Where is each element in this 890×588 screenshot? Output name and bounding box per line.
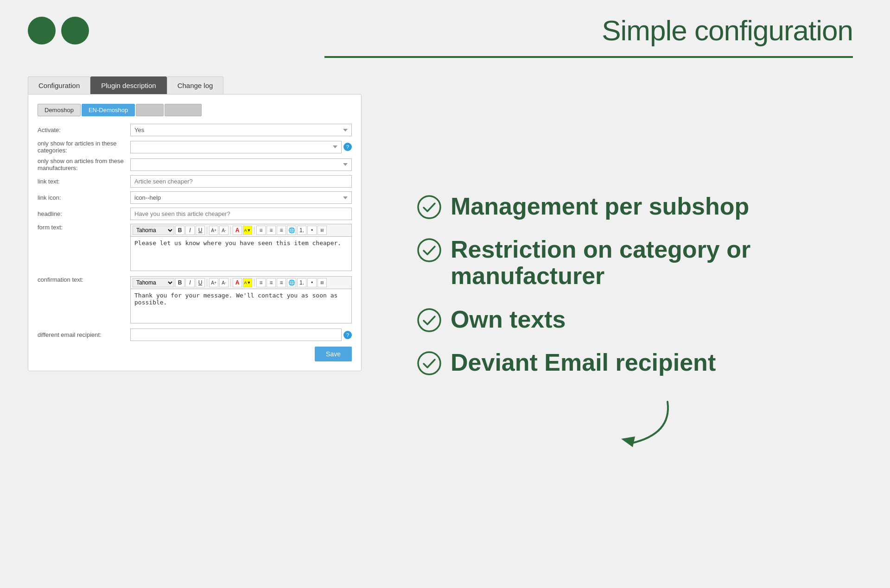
rte-underline-form[interactable]: U — [196, 226, 205, 235]
tab-configuration[interactable]: Configuration — [28, 76, 90, 94]
rte-highlight-form[interactable]: A▼ — [243, 226, 252, 235]
form-row-email: different email recipient: ? — [38, 329, 352, 341]
rte-sep3 — [254, 227, 254, 234]
save-button[interactable]: Save — [315, 347, 352, 361]
arrow-area — [417, 397, 862, 453]
input-link-text[interactable] — [130, 175, 352, 188]
form-row-link-text: link text: — [38, 175, 352, 188]
shop-tabs: Demoshop EN-Demoshop — [38, 104, 352, 116]
rte-sep1 — [207, 227, 207, 234]
feature-item-1: Restriction on category or manufacturer — [417, 236, 862, 289]
curved-arrow-icon — [593, 397, 686, 453]
select-activate[interactable]: Yes — [130, 124, 352, 136]
rte-bold-confirm[interactable]: B — [175, 278, 184, 287]
input-wrap-manufacturers — [130, 158, 352, 171]
rte-list-ul-confirm[interactable]: • — [307, 278, 317, 287]
rte-highlight-confirm[interactable]: A▼ — [243, 278, 252, 287]
rte-link-form[interactable]: 🌐 — [287, 226, 296, 235]
logo-dot-2 — [61, 17, 89, 44]
feature-item-3: Deviant Email recipient — [417, 349, 862, 376]
tab-plugin-description[interactable]: Plugin description — [90, 76, 166, 94]
rte-link-confirm[interactable]: 🌐 — [287, 278, 296, 287]
feature-text-2: Own texts — [451, 306, 566, 333]
form-row-link-icon: link icon: icon--help — [38, 191, 352, 204]
rte-fontsize-up-form[interactable]: A+ — [209, 226, 218, 235]
select-categories[interactable] — [130, 141, 342, 153]
tab-change-log[interactable]: Change log — [167, 76, 224, 94]
info-btn-email[interactable]: ? — [343, 331, 352, 339]
input-email[interactable] — [130, 329, 342, 341]
rte-list-ol-form[interactable]: 1. — [297, 226, 306, 235]
save-row: Save — [38, 347, 352, 361]
form-row-form-text: form text: Tahoma B I U A+ A- A — [38, 224, 352, 272]
svg-point-0 — [418, 196, 440, 218]
rte-sep2 — [230, 227, 231, 234]
input-wrap-email: ? — [130, 329, 352, 341]
rte-underline-confirm[interactable]: U — [196, 278, 205, 287]
input-headline[interactable] — [130, 208, 352, 220]
svg-point-2 — [418, 309, 440, 331]
logo-dot-1 — [28, 17, 56, 44]
svg-point-1 — [418, 239, 440, 261]
rte-toolbar-confirmation: Tahoma B I U A+ A- A A▼ ≡ ≡ — [130, 276, 352, 289]
rte-align-right-confirm[interactable]: ≡ — [277, 278, 286, 287]
textarea-form-text[interactable]: Please let us know where you have seen t… — [130, 236, 352, 271]
check-icon-2 — [417, 308, 441, 332]
rte-italic-form[interactable]: I — [185, 226, 195, 235]
shop-tab-gray1[interactable] — [136, 104, 164, 116]
check-icon-0 — [417, 195, 441, 219]
select-manufacturers[interactable] — [130, 158, 352, 171]
feature-item-2: Own texts — [417, 306, 862, 333]
tabs-bar: Configuration Plugin description Change … — [28, 76, 362, 94]
rte-align-center-form[interactable]: ≡ — [267, 226, 276, 235]
rte-fontsize-down-form[interactable]: A- — [219, 226, 229, 235]
rte-source-form[interactable]: ⊞ — [318, 226, 327, 235]
rte-fontsize-up-confirm[interactable]: A+ — [209, 278, 218, 287]
input-wrap-link-text — [130, 175, 352, 188]
input-wrap-link-icon: icon--help — [130, 191, 352, 204]
rte-form-text-wrap: Tahoma B I U A+ A- A A▼ ≡ ≡ — [130, 224, 352, 272]
feature-list: Management per subshop Restriction on ca… — [389, 76, 862, 560]
input-wrap-headline — [130, 208, 352, 220]
input-wrap-categories: ? — [130, 141, 352, 153]
form-row-activate: Activate: Yes — [38, 124, 352, 136]
label-headline: headline: — [38, 210, 130, 217]
rte-sep4 — [207, 279, 207, 286]
form-row-manufacturers: only show on articles from these manufac… — [38, 158, 352, 171]
rte-bold-form[interactable]: B — [175, 226, 184, 235]
form-row-headline: headline: — [38, 208, 352, 220]
feature-text-0: Management per subshop — [451, 193, 749, 220]
rte-list-ol-confirm[interactable]: 1. — [297, 278, 306, 287]
shop-tab-en-demoshop[interactable]: EN-Demoshop — [82, 104, 135, 116]
main-content: Configuration Plugin description Change … — [0, 58, 890, 588]
check-icon-1 — [417, 238, 441, 262]
info-btn-categories[interactable]: ? — [343, 143, 352, 151]
shop-tab-gray2[interactable] — [165, 104, 202, 116]
label-categories: only show for articles in these categori… — [38, 140, 130, 154]
rte-align-right-form[interactable]: ≡ — [277, 226, 286, 235]
textarea-confirmation[interactable]: Thank you for your message. We'll contac… — [130, 289, 352, 323]
rte-font-select-form[interactable]: Tahoma — [133, 226, 174, 235]
rte-align-left-confirm[interactable]: ≡ — [256, 278, 266, 287]
rte-align-left-form[interactable]: ≡ — [256, 226, 266, 235]
logo-dots — [28, 17, 89, 44]
rte-font-select-confirm[interactable]: Tahoma — [133, 278, 174, 287]
check-icon-3 — [417, 351, 441, 375]
rte-toolbar-form-text: Tahoma B I U A+ A- A A▼ ≡ ≡ — [130, 224, 352, 236]
rte-align-center-confirm[interactable]: ≡ — [267, 278, 276, 287]
rte-color-form[interactable]: A — [233, 226, 242, 235]
form-row-confirmation: confirmation text: Tahoma B I U A+ A- A — [38, 276, 352, 325]
rte-color-confirm[interactable]: A — [233, 278, 242, 287]
rte-list-ul-form[interactable]: • — [307, 226, 317, 235]
label-link-text: link text: — [38, 178, 130, 185]
ui-mockup: Configuration Plugin description Change … — [28, 76, 362, 560]
shop-tab-demoshop[interactable]: Demoshop — [38, 104, 81, 116]
rte-italic-confirm[interactable]: I — [185, 278, 195, 287]
feature-text-3: Deviant Email recipient — [451, 349, 716, 376]
rte-sep6 — [254, 279, 254, 286]
rte-fontsize-down-confirm[interactable]: A- — [219, 278, 229, 287]
feature-text-1: Restriction on category or manufacturer — [451, 236, 862, 289]
select-link-icon[interactable]: icon--help — [130, 191, 352, 204]
rte-source-confirm[interactable]: ⊞ — [318, 278, 327, 287]
svg-marker-4 — [621, 436, 635, 447]
